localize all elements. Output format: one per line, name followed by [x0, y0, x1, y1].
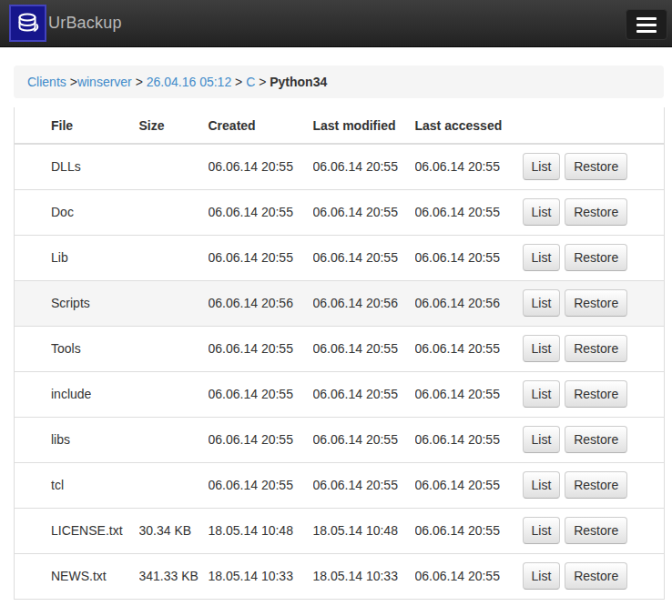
row-actions: List Restore	[515, 326, 665, 371]
restore-button[interactable]: Restore	[565, 471, 627, 499]
list-button[interactable]: List	[523, 153, 561, 180]
table-header-row: File Size Created Last modified Last acc…	[15, 107, 665, 144]
brand-title: UrBackup	[48, 14, 122, 33]
restore-button[interactable]: Restore	[565, 244, 627, 271]
file-name: DLLs	[15, 144, 139, 189]
table-row: libs 06.06.14 20:55 06.06.14 20:55 06.06…	[15, 417, 665, 462]
last-accessed-date: 06.06.14 20:55	[415, 553, 515, 599]
last-accessed-date: 06.06.14 20:55	[415, 462, 515, 508]
header-actions	[515, 107, 665, 144]
hamburger-bar	[636, 17, 657, 20]
last-accessed-date: 06.06.14 20:56	[415, 280, 515, 326]
list-button[interactable]: List	[523, 517, 561, 544]
breadcrumb-separator: >	[66, 75, 77, 89]
breadcrumb-item-winserver[interactable]: winserver	[77, 75, 132, 89]
last-modified-date: 06.06.14 20:55	[313, 189, 415, 235]
restore-button[interactable]: Restore	[565, 380, 627, 408]
list-button[interactable]: List	[523, 335, 561, 362]
created-date: 06.06.14 20:55	[209, 417, 313, 462]
list-button[interactable]: List	[523, 244, 561, 271]
header-last-modified: Last modified	[313, 107, 415, 144]
hamburger-bar	[636, 24, 657, 26]
brand-link[interactable]: UrBackup	[0, 0, 122, 46]
list-button[interactable]: List	[523, 198, 561, 226]
last-modified-date: 06.06.14 20:55	[313, 462, 415, 508]
file-size	[139, 417, 209, 462]
row-actions: List Restore	[515, 189, 665, 235]
row-actions: List Restore	[515, 417, 665, 462]
created-date: 06.06.14 20:56	[209, 280, 313, 326]
file-size	[139, 235, 209, 280]
file-size	[139, 280, 209, 326]
list-button[interactable]: List	[523, 562, 561, 590]
breadcrumb-item-c[interactable]: C	[246, 75, 255, 89]
restore-button[interactable]: Restore	[565, 426, 627, 453]
file-size: 341.33 KB	[139, 553, 209, 599]
table-row: tcl 06.06.14 20:55 06.06.14 20:55 06.06.…	[15, 462, 665, 508]
restore-button[interactable]: Restore	[565, 289, 627, 317]
file-size	[139, 144, 209, 189]
row-actions: List Restore	[515, 280, 665, 326]
navbar: UrBackup	[0, 0, 672, 47]
breadcrumb-item-clients[interactable]: Clients	[27, 75, 66, 89]
table-row: Tools 06.06.14 20:55 06.06.14 20:55 06.0…	[15, 326, 665, 371]
created-date: 18.05.14 10:33	[209, 553, 313, 599]
file-name: libs	[15, 417, 139, 462]
file-name: Lib	[15, 235, 139, 280]
list-button[interactable]: List	[523, 471, 561, 499]
list-button[interactable]: List	[523, 426, 561, 453]
table-row: Lib 06.06.14 20:55 06.06.14 20:55 06.06.…	[15, 235, 665, 280]
breadcrumb-item-26-04-16-05-12[interactable]: 26.04.16 05:12	[147, 75, 231, 89]
file-size	[139, 189, 209, 235]
restore-button[interactable]: Restore	[565, 153, 627, 180]
list-button[interactable]: List	[523, 380, 561, 408]
last-accessed-date: 06.06.14 20:55	[415, 371, 515, 417]
file-name: NEWS.txt	[15, 553, 139, 599]
file-size	[139, 371, 209, 417]
created-date: 18.05.14 10:48	[209, 508, 313, 553]
restore-button[interactable]: Restore	[565, 517, 627, 544]
file-name: Doc	[15, 189, 139, 235]
row-actions: List Restore	[515, 508, 665, 553]
restore-button[interactable]: Restore	[565, 335, 627, 362]
file-size: 30.34 KB	[139, 508, 209, 553]
file-name: tcl	[15, 462, 139, 508]
file-table: File Size Created Last modified Last acc…	[14, 107, 665, 600]
header-file: File	[15, 107, 139, 144]
hamburger-bar	[636, 30, 657, 33]
file-size	[139, 326, 209, 371]
restore-button[interactable]: Restore	[565, 198, 627, 226]
header-size: Size	[139, 107, 209, 144]
file-name: Tools	[15, 326, 139, 371]
file-name: Scripts	[15, 280, 139, 326]
urbackup-logo-icon	[9, 5, 46, 42]
last-modified-date: 06.06.14 20:56	[313, 280, 415, 326]
last-modified-date: 06.06.14 20:55	[313, 235, 415, 280]
table-row: include 06.06.14 20:55 06.06.14 20:55 06…	[15, 371, 665, 417]
table-row: DLLs 06.06.14 20:55 06.06.14 20:55 06.06…	[15, 144, 665, 189]
table-row: Doc 06.06.14 20:55 06.06.14 20:55 06.06.…	[15, 189, 665, 235]
last-accessed-date: 06.06.14 20:55	[415, 508, 515, 553]
row-actions: List Restore	[515, 144, 665, 189]
header-created: Created	[209, 107, 313, 144]
last-accessed-date: 06.06.14 20:55	[415, 144, 515, 189]
hamburger-menu-icon[interactable]	[626, 9, 667, 40]
last-modified-date: 18.05.14 10:33	[313, 553, 415, 599]
created-date: 06.06.14 20:55	[209, 326, 313, 371]
file-size	[139, 462, 209, 508]
breadcrumb-separator: >	[132, 75, 147, 89]
last-modified-date: 18.05.14 10:48	[313, 508, 415, 553]
last-accessed-date: 06.06.14 20:55	[415, 417, 515, 462]
row-actions: List Restore	[515, 553, 665, 599]
restore-button[interactable]: Restore	[565, 562, 627, 590]
breadcrumb-separator: >	[231, 75, 246, 89]
row-actions: List Restore	[515, 371, 665, 417]
breadcrumb: Clients >winserver > 26.04.16 05:12 > C …	[14, 66, 664, 98]
row-actions: List Restore	[515, 235, 665, 280]
row-actions: List Restore	[515, 462, 665, 508]
created-date: 06.06.14 20:55	[209, 235, 313, 280]
list-button[interactable]: List	[523, 289, 561, 317]
last-accessed-date: 06.06.14 20:55	[415, 235, 515, 280]
breadcrumb-separator: >	[255, 75, 270, 89]
created-date: 06.06.14 20:55	[209, 462, 313, 508]
